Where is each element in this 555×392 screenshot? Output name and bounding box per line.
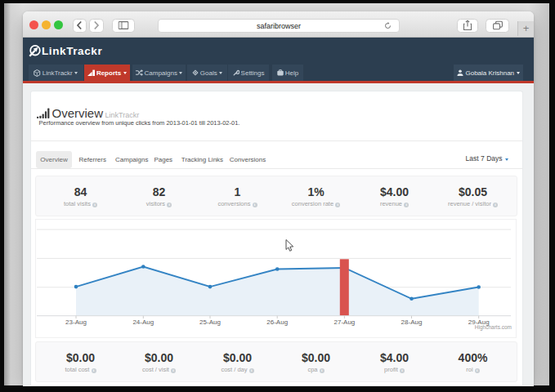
svg-text:23-Aug: 23-Aug xyxy=(65,318,87,326)
svg-text:24-Aug: 24-Aug xyxy=(132,318,154,326)
svg-text:Highcharts.com: Highcharts.com xyxy=(475,324,512,331)
svg-text:26-Aug: 26-Aug xyxy=(266,318,288,326)
svg-text:28-Aug: 28-Aug xyxy=(401,318,423,326)
svg-text:25-Aug: 25-Aug xyxy=(199,318,221,326)
svg-text:27-Aug: 27-Aug xyxy=(334,318,356,326)
